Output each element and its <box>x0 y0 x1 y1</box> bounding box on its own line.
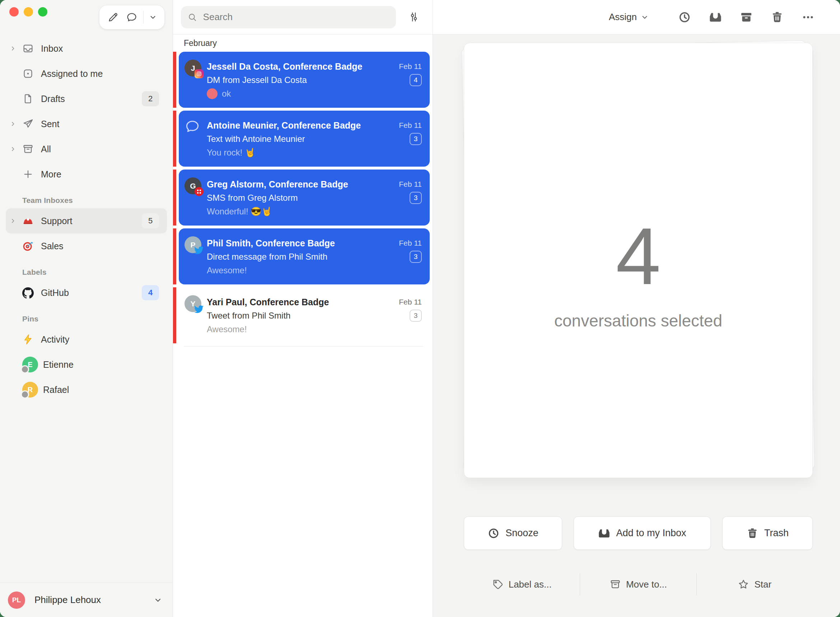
sidebar-item-inbox[interactable]: Inbox <box>0 36 172 61</box>
conversation-item[interactable]: Y Yari Paul, Conference BadgeFeb 11 Twee… <box>173 287 430 343</box>
conversation-item[interactable]: G Greg Alstorm, Conference BadgeFeb 11 S… <box>173 170 430 226</box>
message-count-badge: 3 <box>410 310 422 322</box>
avatar: P <box>184 236 201 253</box>
assign-dropdown[interactable]: Assign <box>609 12 649 23</box>
sidebar-item-support[interactable]: Support 5 <box>6 208 167 233</box>
month-group-header: February <box>173 34 433 52</box>
section-header-pins: Pins <box>0 305 172 327</box>
conversation-item[interactable]: Antoine Meunier, Conference BadgeFeb 11 … <box>173 111 430 167</box>
sidebar-item-drafts[interactable]: Drafts 2 <box>0 86 172 111</box>
avatar: PL <box>8 592 25 609</box>
sidebar-item-assigned-to-me[interactable]: Assigned to me <box>0 61 172 86</box>
user-name: Philippe Lehoux <box>34 594 153 605</box>
expand-chevron-icon[interactable] <box>9 45 22 52</box>
move-to-inbox-toolbar-button[interactable] <box>700 11 731 24</box>
inbox-icon <box>22 43 34 54</box>
expand-chevron-icon[interactable] <box>9 120 22 127</box>
sidebar-item-activity[interactable]: Activity <box>0 327 172 352</box>
unread-indicator <box>173 111 176 167</box>
clock-icon <box>488 527 500 539</box>
conversation-subject: Tweet from Phil Smith <box>207 309 410 323</box>
sidebar-item-all[interactable]: All <box>0 136 172 162</box>
trash-toolbar-button[interactable] <box>762 11 793 24</box>
sidebar-item-label: Etienne <box>43 360 159 370</box>
sidebar-nav: Inbox Assigned to me Drafts 2 Sent <box>0 36 172 402</box>
drafts-icon <box>22 93 34 105</box>
ellipsis-icon <box>802 11 815 24</box>
support-helmet-icon <box>22 215 34 227</box>
selected-caption: conversations selected <box>554 311 722 331</box>
conversation-subject: DM from Jessell Da Costa <box>207 73 410 87</box>
close-window-button[interactable] <box>9 7 19 16</box>
sent-icon <box>22 118 34 130</box>
sidebar-item-sales[interactable]: Sales <box>0 233 172 258</box>
sidebar-item-etienne[interactable]: E Etienne <box>0 352 172 377</box>
conversation-date: Feb 11 <box>399 239 422 248</box>
snooze-toolbar-button[interactable] <box>669 11 700 24</box>
search-bar[interactable] <box>181 6 396 28</box>
sidebar-item-label: Assigned to me <box>41 69 159 79</box>
status-dot <box>21 390 29 399</box>
sidebar-item-sent[interactable]: Sent <box>0 111 172 136</box>
label-as-button[interactable]: Label as... <box>464 579 580 590</box>
move-to-button[interactable]: Move to... <box>580 579 696 590</box>
compose-email-button[interactable] <box>104 8 122 27</box>
unread-indicator <box>173 170 176 226</box>
list-divider <box>184 346 423 347</box>
list-header <box>173 0 433 34</box>
sms-twilio-badge-icon <box>195 187 203 196</box>
section-header-labels: Labels <box>0 258 172 280</box>
add-to-my-inbox-button[interactable]: Add to my Inbox <box>574 517 711 550</box>
window-controls <box>9 7 47 16</box>
archive-toolbar-button[interactable] <box>731 11 762 24</box>
sidebar-item-label: Sales <box>41 241 159 251</box>
zoom-window-button[interactable] <box>38 7 47 16</box>
snooze-button[interactable]: Snooze <box>464 517 562 550</box>
app-window: Inbox Assigned to me Drafts 2 Sent <box>0 0 840 617</box>
conversation-list: J Jessell Da Costa, Conference BadgeFeb … <box>173 52 433 617</box>
filter-button[interactable] <box>404 7 424 27</box>
selection-card: 4 conversations selected <box>464 43 813 478</box>
expand-chevron-icon[interactable] <box>9 217 22 224</box>
sidebar-item-github[interactable]: GitHub 4 <box>0 280 172 305</box>
trash-icon <box>771 11 784 24</box>
expand-chevron-icon[interactable] <box>9 145 22 153</box>
conversation-item[interactable]: P Phil Smith, Conference BadgeFeb 11 Dir… <box>173 229 430 285</box>
trash-button[interactable]: Trash <box>722 517 813 550</box>
sidebar-item-more[interactable]: More <box>0 162 172 187</box>
avatar: J <box>184 60 201 77</box>
chevron-down-icon <box>153 595 163 605</box>
github-icon <box>22 287 34 299</box>
twitter-badge-icon <box>194 304 203 314</box>
star-icon <box>738 579 749 590</box>
compose-chat-button[interactable] <box>122 8 141 27</box>
all-archive-icon <box>22 143 34 155</box>
sales-target-icon <box>22 240 34 252</box>
conversation-title: Jessell Da Costa, Conference Badge <box>207 60 395 73</box>
more-actions-button[interactable] <box>793 11 824 24</box>
inbox-tray-icon <box>598 527 610 539</box>
user-menu[interactable]: PL Philippe Lehoux <box>0 583 172 617</box>
sidebar-item-label: Support <box>41 216 142 226</box>
conversation-date: Feb 11 <box>399 180 422 189</box>
star-button[interactable]: Star <box>697 579 813 590</box>
conversation-list-panel: February J Jessell Da Costa, Conference … <box>173 0 433 617</box>
avatar: R <box>22 382 38 397</box>
assigned-icon <box>22 68 34 80</box>
sidebar-item-label: Inbox <box>41 43 159 54</box>
desktop-background: Inbox Assigned to me Drafts 2 Sent <box>0 0 840 617</box>
conversation-preview: Awesome! <box>207 323 422 336</box>
conversation-preview: You rock! 🤘 <box>207 146 422 159</box>
activity-bolt-icon <box>22 333 34 345</box>
search-input[interactable] <box>202 11 389 23</box>
sidebar-item-rafael[interactable]: R Rafael <box>0 377 172 402</box>
conversation-item[interactable]: J Jessell Da Costa, Conference BadgeFeb … <box>173 52 430 108</box>
primary-actions: Snooze Add to my Inbox Trash <box>464 517 813 550</box>
minimize-window-button[interactable] <box>24 7 33 16</box>
assign-label: Assign <box>609 12 637 23</box>
selected-count: 4 <box>616 216 660 297</box>
main-panel: Assign 4 conversations selected <box>433 0 840 617</box>
status-dot <box>21 365 29 373</box>
tag-icon <box>492 579 504 590</box>
compose-more-button[interactable] <box>146 8 160 27</box>
